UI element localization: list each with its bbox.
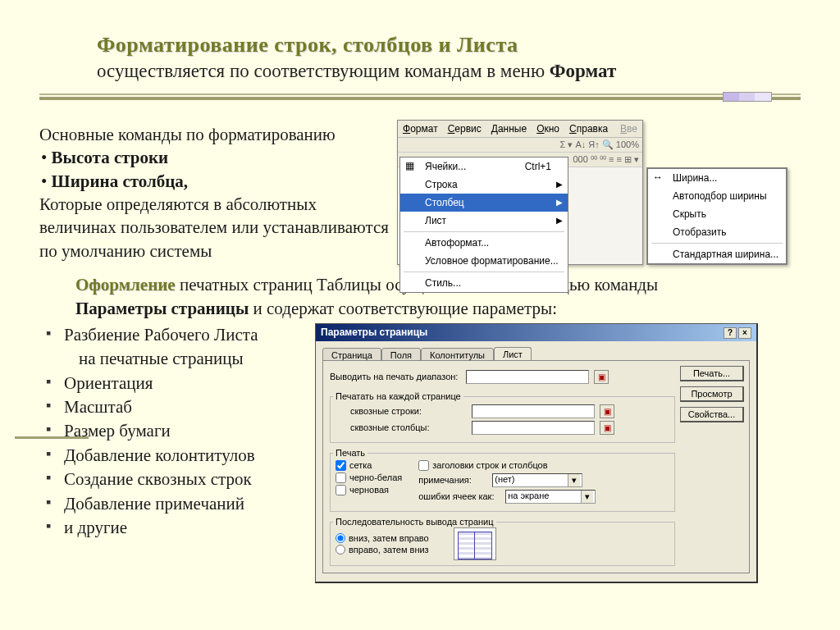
menu-data[interactable]: Данные: [491, 123, 527, 135]
list-item: Масштаб: [46, 395, 310, 419]
format-menu-screenshot: Формат Сервис Данные Окно Справка Вве Σ …: [397, 120, 643, 265]
column-submenu: ↔Ширина... Автоподбор ширины Скрыть Отоб…: [646, 167, 788, 265]
group-print: Печать: [333, 448, 368, 458]
side-decor-line: [15, 436, 89, 439]
dialog-title: Параметры страницы: [321, 326, 427, 339]
submenu-unhide[interactable]: Отобразить: [648, 223, 786, 241]
range-picker-icon[interactable]: ▣: [594, 370, 609, 384]
menu-help[interactable]: Справка: [569, 123, 608, 135]
range-picker-icon[interactable]: ▣: [600, 404, 614, 418]
menu-item-condformat[interactable]: Условное форматирование...: [400, 252, 568, 270]
preview-button[interactable]: Просмотр: [680, 386, 744, 402]
label-notes: примечания:: [418, 475, 487, 485]
chk-bw[interactable]: [336, 472, 346, 483]
range-picker-icon[interactable]: ▣: [600, 421, 614, 435]
list-item: Создание сквозных строк: [46, 468, 310, 491]
params-list: Разбиение Рабочего Листа на печатные стр…: [39, 323, 310, 541]
list-item: Размер бумаги: [46, 419, 310, 443]
menu-window[interactable]: Окно: [536, 123, 559, 135]
print-range-input[interactable]: [466, 370, 589, 384]
slide-subtitle: осуществляется по соответствующим команд…: [97, 61, 801, 82]
properties-button[interactable]: Свойства...: [680, 407, 744, 422]
menu-item-autoformat[interactable]: Автоформат...: [400, 234, 568, 252]
menu-item-style[interactable]: Стиль...: [400, 274, 568, 292]
label-print-range: Выводить на печать диапазон:: [330, 372, 461, 381]
list-item: на печатные страницы: [46, 347, 310, 371]
label-errors: ошибки ячеек как:: [418, 491, 500, 501]
menu-item-column[interactable]: Столбец▶: [400, 194, 568, 212]
list-item: Добавление примечаний: [46, 492, 310, 516]
print-button[interactable]: Печать...: [680, 366, 744, 381]
menu-item-row[interactable]: Строка▶: [400, 176, 568, 194]
label-rows: сквозные строки:: [336, 406, 467, 416]
notes-combo[interactable]: (нет): [492, 473, 582, 487]
list-item: Добавление колонтитулов: [46, 444, 310, 468]
menu-format[interactable]: Формат: [403, 123, 438, 135]
slide-title: Форматирование строк, столбцов и Листа: [97, 33, 801, 57]
menu-item-sheet[interactable]: Лист▶: [400, 212, 568, 230]
page-setup-dialog: Параметры страницы ?× Страница Поля Коло…: [315, 323, 758, 583]
submenu-hide[interactable]: Скрыть: [648, 205, 786, 223]
menubar: Формат Сервис Данные Окно Справка Вве: [398, 121, 642, 138]
chk-headings[interactable]: [418, 460, 429, 471]
commands-text: Основные команды по форматированию • Выс…: [39, 120, 390, 262]
menu-service[interactable]: Сервис: [448, 123, 482, 135]
submenu-stdwidth[interactable]: Стандартная ширина...: [648, 245, 786, 263]
list-item: Ориентация: [46, 372, 310, 395]
list-item: и другие: [46, 516, 310, 540]
group-order: Последовательность вывода страниц: [333, 517, 496, 527]
toolbar-1: Σ ▾ A↓ Я↑ 🔍 100%: [398, 138, 642, 153]
through-rows-input[interactable]: [472, 404, 595, 418]
list-item: Разбиение Рабочего Листа: [46, 323, 310, 347]
radio-right[interactable]: [336, 545, 345, 555]
submenu-autofit[interactable]: Автоподбор ширины: [648, 187, 786, 205]
errors-combo[interactable]: на экране: [505, 490, 596, 504]
submenu-width[interactable]: ↔Ширина...: [648, 169, 786, 187]
radio-down[interactable]: [336, 533, 345, 543]
divider-deco: [39, 94, 801, 107]
menu-item-cells[interactable]: ▦Ячейки...Ctrl+1: [400, 158, 568, 176]
through-cols-input[interactable]: [472, 421, 595, 435]
chk-grid[interactable]: [336, 460, 346, 471]
close-button[interactable]: ×: [738, 327, 751, 339]
chk-draft[interactable]: [336, 485, 346, 495]
page-order-icon: [454, 527, 496, 560]
help-button[interactable]: ?: [724, 327, 737, 339]
label-cols: сквозные столбцы:: [336, 422, 467, 432]
group-each-page: Печатать на каждой странице: [333, 391, 463, 401]
